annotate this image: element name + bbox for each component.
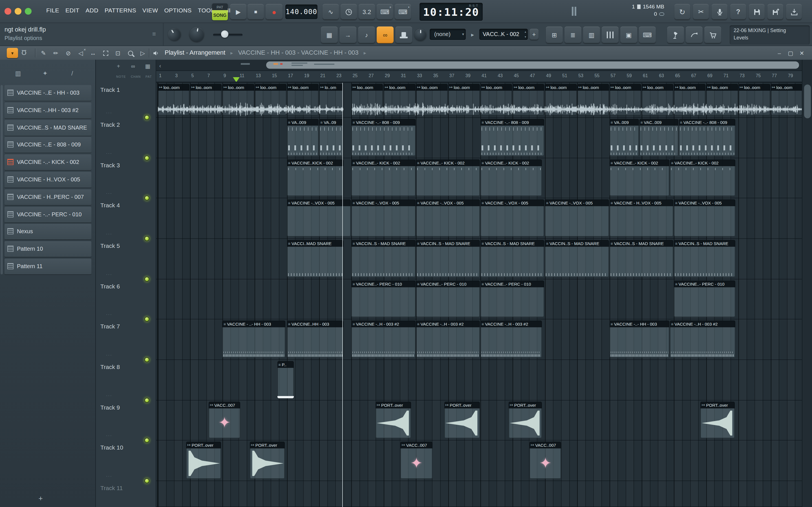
maximize-window-button[interactable]: ▢ (786, 48, 795, 57)
pattern-clip[interactable]: ≡VACCINE..- KICK - 002 (610, 159, 670, 196)
save-button[interactable] (749, 4, 765, 20)
automation-view-icon[interactable]: / (68, 69, 77, 78)
vertical-scrollbar[interactable] (802, 60, 812, 507)
track-name[interactable]: Track 10 (100, 444, 123, 451)
spinner-up-icon[interactable]: ▴ (525, 29, 526, 34)
keyboard-button[interactable]: ⌨ (639, 26, 656, 43)
preview-tool-button[interactable]: ▷ (138, 48, 148, 58)
pattern-clip[interactable]: ≡VACCINE -..H - 003 #2 (480, 321, 542, 358)
draw-tool-button[interactable]: ✎ (38, 48, 49, 58)
slip-tool-button[interactable]: ↔ (88, 48, 98, 58)
zoom-tool-button[interactable] (125, 48, 135, 58)
pattern-clip[interactable]: ≡VACCINE -..H - 003 #2 (416, 321, 480, 358)
track-mute-led[interactable] (144, 277, 149, 282)
pattern-clip[interactable]: ≡VA..09 (319, 119, 343, 156)
pattern-clip[interactable]: ≡VACCIN..S - MAD SNARE (480, 240, 545, 277)
track-mute-led[interactable] (144, 317, 149, 322)
pattern-clip[interactable]: ≡VACCINE -..VOX - 005 (287, 200, 351, 237)
sparkle-view-icon[interactable]: ✦ (41, 69, 50, 78)
sync-button[interactable]: ↻ (674, 4, 690, 20)
pulse-button[interactable]: ∿ (322, 4, 339, 20)
pattern-clip[interactable]: ≡VACCINE -..VOX - 005 (351, 200, 415, 237)
save-as-button[interactable] (767, 4, 783, 20)
pattern-clip[interactable]: ≡VACCIN..S - MAD SNARE (610, 240, 673, 277)
pattern-clip[interactable]: ≡VACCINE -..H - 003 #2 (351, 321, 415, 358)
pat-song-toggle[interactable]: PAT SONG (212, 3, 228, 20)
pattern-list-item[interactable]: VACCINE -..- KICK - 002 (4, 154, 91, 170)
grid-icon[interactable]: ▦ (143, 61, 152, 70)
breadcrumb-secondary[interactable]: VACCINE - HH - 003 - VACCINE - HH - 003 (238, 49, 359, 56)
pattern-clip[interactable]: ≡VACCINE -..VOX - 005 (674, 200, 735, 237)
audio-clip[interactable]: ↦PORT..over (186, 442, 221, 479)
pattern-clip[interactable]: ≡VACCINE..HH - 003 (287, 321, 344, 358)
typing-keyboard-button[interactable]: ⌨+ (377, 4, 393, 20)
pattern-clip[interactable]: ≡VACCINE -..VOX - 005 (480, 200, 545, 237)
breadcrumb-primary[interactable]: Playlist - Arrangement (165, 49, 225, 56)
delete-tool-button[interactable]: ⊘ (63, 48, 73, 58)
playlist-menu-button[interactable]: ▼ (7, 48, 18, 58)
plugin-window-button[interactable]: ⊞ (546, 26, 563, 43)
loop-record-button[interactable]: ⌨• (395, 4, 411, 20)
playhead-marker[interactable] (233, 77, 239, 82)
pattern-clip[interactable]: ≡VACCINE..KICK - 002 (287, 159, 344, 196)
minimize-window-button[interactable]: – (775, 48, 784, 57)
timeline-ruler[interactable]: 1357911131517192123252729313335373941434… (156, 71, 802, 83)
track-grip[interactable]: ··· (106, 474, 112, 479)
patterns-view-icon[interactable]: ▥ (13, 69, 22, 78)
pattern-clip[interactable]: ≡VACCINE -..H - 003 #2 (670, 321, 735, 358)
track-name[interactable]: Track 8 (100, 363, 120, 370)
menu-file[interactable]: FILE (46, 7, 59, 13)
cut-button[interactable]: ✂ (693, 4, 709, 20)
pattern-selector[interactable]: VACC..K - 002 ▴▾ (479, 29, 528, 40)
mixer-button[interactable] (602, 26, 619, 43)
track-grip[interactable]: ··· (106, 312, 112, 317)
arrow-button[interactable]: → (340, 26, 356, 43)
playlist-grid[interactable]: ↦loo..oom↦loo..oom↦loo..oom↦loo..oom↦loo… (156, 83, 802, 507)
audio-clip[interactable]: ↦VACC..007✦ (529, 442, 561, 479)
menu-add[interactable]: ADD (86, 7, 98, 13)
fx-knob[interactable] (414, 29, 426, 41)
pattern-clip[interactable]: ≡VA..009 (610, 119, 639, 156)
countdown-button[interactable]: 3.2 (359, 4, 375, 20)
pat-label[interactable]: PAT (212, 3, 228, 10)
audio-clip[interactable]: ↦PORT..over (701, 402, 735, 438)
audio-clip[interactable]: ↦PORT..over (509, 402, 542, 438)
pattern-clip[interactable]: ≡VACCINE..- PERC - 010 (480, 281, 545, 317)
rows-button[interactable]: ≣ (564, 26, 581, 43)
track-grip[interactable]: ··· (106, 393, 112, 398)
pattern-clip[interactable]: ≡VACCINE -..- 808 - 009 (480, 119, 545, 156)
shop-button[interactable] (704, 26, 721, 43)
track-mute-led[interactable] (144, 236, 149, 241)
help-button[interactable]: ? (730, 4, 746, 20)
pattern-spinner[interactable]: ▴▾ (525, 29, 526, 40)
spinner-down-icon[interactable]: ▾ (525, 34, 526, 40)
pattern-clip[interactable]: ≡VACCINE..- KICK - 002 (351, 159, 415, 196)
record-audio-button[interactable] (712, 4, 727, 20)
pattern-list-item[interactable]: VACCINE -..E - HH - 003 (4, 85, 91, 101)
generator-selector[interactable]: (none) ▾ (430, 29, 466, 40)
pattern-clip[interactable]: ≡VACCINE - H..VOX - 005 (610, 200, 673, 237)
pattern-clip[interactable]: ≡VACCINE..- PERC - 010 (351, 281, 415, 317)
preview-speaker-icon[interactable] (152, 49, 160, 59)
export-button[interactable] (786, 4, 802, 20)
track-mute-led[interactable] (144, 195, 149, 201)
track-mute-led[interactable] (144, 357, 149, 362)
pattern-list-item[interactable]: Pattern 11 (4, 259, 91, 274)
menu-patterns[interactable]: PATTERNS (105, 7, 136, 13)
track-grip[interactable]: ··· (106, 110, 112, 115)
step-grid-button[interactable]: ▦ (321, 26, 338, 43)
pattern-clip[interactable]: ≡VAC..009 (639, 119, 678, 156)
focus-playhead-icon[interactable]: + (114, 61, 123, 70)
track-grip[interactable]: ··· (106, 231, 112, 237)
pattern-clip[interactable]: ≡VA..009 (287, 119, 319, 156)
columns-button[interactable]: ▥ (583, 26, 600, 43)
mute-tool-button[interactable]: ◁✕ (75, 48, 86, 58)
track-grip[interactable]: ··· (106, 151, 112, 156)
pattern-clip[interactable]: ≡VACCINE -..VOX - 005 (416, 200, 480, 237)
pattern-clip[interactable]: ≡VACCINE -..VOX - 005 (545, 200, 609, 237)
song-label[interactable]: SONG (212, 10, 228, 20)
audio-clip[interactable]: ↦VACC..007✦ (209, 402, 240, 438)
track-name[interactable]: Track 5 (100, 242, 120, 249)
pattern-clip[interactable]: ≡VACCINE..- PERC - 010 (416, 281, 480, 317)
add-pattern-button[interactable]: + (35, 494, 46, 503)
